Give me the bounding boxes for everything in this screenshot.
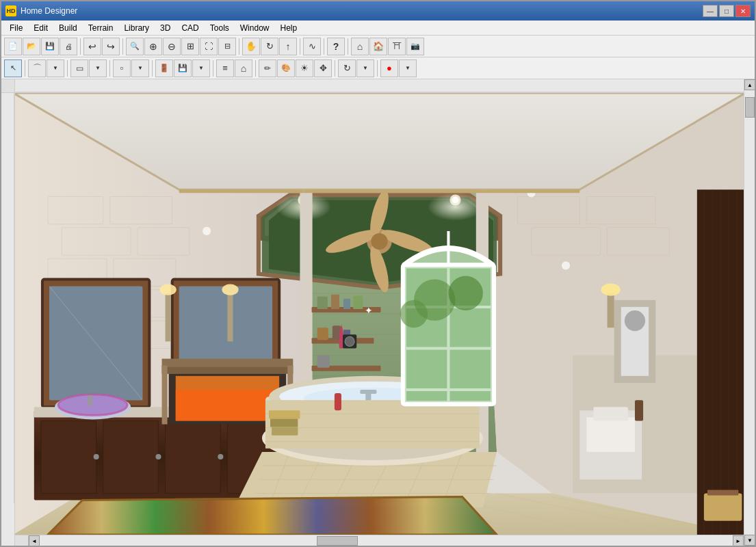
sep3: [239, 38, 239, 55]
svg-point-79: [218, 454, 223, 459]
orbit-button[interactable]: ↻: [261, 38, 278, 55]
save-button[interactable]: 💾: [41, 38, 59, 55]
save-tool[interactable]: 💾: [174, 59, 192, 77]
menu-file[interactable]: File: [4, 22, 28, 34]
sun-tool[interactable]: ☀: [296, 59, 313, 77]
app-window: HD Home Designer — □ ✕ File Edit Build T…: [0, 0, 756, 547]
svg-rect-164: [635, 400, 643, 421]
house-button3[interactable]: ⛩: [388, 38, 406, 55]
zoom-out-button[interactable]: ⊖: [163, 38, 181, 55]
t2-sep8: [377, 60, 378, 77]
toolbar1: 📄 📂 💾 🖨 ↩ ↪ 🔍 ⊕ ⊖ ⊞ ⛶ ⊟ ✋ ↻ ↑ ∿ ? ⌂ 🏠 ⛩ …: [1, 36, 755, 57]
menu-edit[interactable]: Edit: [28, 22, 53, 34]
zoom-button[interactable]: 🔍: [126, 38, 144, 55]
wall-dropdown[interactable]: ▼: [89, 59, 107, 77]
menu-library[interactable]: Library: [118, 22, 155, 34]
svg-rect-135: [269, 410, 300, 418]
svg-rect-160: [707, 490, 738, 495]
menu-help[interactable]: Help: [274, 22, 302, 34]
new-button[interactable]: 📄: [4, 38, 22, 55]
svg-rect-170: [608, 293, 614, 328]
svg-rect-97: [162, 366, 168, 425]
camera-button[interactable]: 📷: [406, 38, 424, 55]
house-button1[interactable]: ⌂: [351, 38, 369, 55]
cabinet-tool[interactable]: ▫: [113, 59, 131, 77]
svg-marker-169: [483, 189, 579, 193]
zoom-ext-button[interactable]: ⛶: [200, 38, 218, 55]
sym-button[interactable]: ∿: [303, 38, 321, 55]
undo-button[interactable]: ↩: [83, 38, 101, 55]
room-image: ✦: [15, 93, 744, 535]
t2-sep1: [25, 60, 25, 77]
svg-rect-163: [593, 407, 627, 421]
open-button[interactable]: 📂: [23, 38, 40, 55]
right-scrollbar: ▲ ▼: [744, 79, 755, 546]
window-controls: — □ ✕: [703, 5, 751, 17]
svg-point-77: [94, 454, 99, 459]
close-button[interactable]: ✕: [735, 5, 751, 17]
svg-text:✦: ✦: [365, 305, 373, 316]
house-button2[interactable]: 🏠: [369, 38, 387, 55]
redo-button[interactable]: ↪: [102, 38, 120, 55]
menu-terrain[interactable]: Terrain: [83, 22, 119, 34]
rotate-tool[interactable]: ↻: [338, 59, 356, 77]
left-ruler: [1, 79, 15, 546]
door-tool[interactable]: 🚪: [155, 59, 173, 77]
toolbar2: ↖ ⌒ ▼ ▭ ▼ ▫ ▼ 🚪 💾 ▼ ≡ ⌂ ✏ 🎨 ☀ ✥ ↻ ▼ ● ▼: [1, 57, 755, 79]
svg-rect-104: [317, 297, 328, 309]
svg-point-78: [155, 454, 161, 459]
maximize-button[interactable]: □: [719, 5, 734, 17]
zoom-prev-button[interactable]: ⊟: [218, 38, 236, 55]
print-button[interactable]: 🖨: [60, 38, 77, 55]
arc-tool[interactable]: ⌒: [28, 59, 46, 77]
t2-sep5: [213, 60, 213, 77]
menu-cad[interactable]: CAD: [176, 22, 204, 34]
svg-marker-167: [179, 189, 304, 193]
wall-tool[interactable]: ▭: [70, 59, 88, 77]
v-scroll-track[interactable]: [744, 90, 755, 535]
rec-button[interactable]: ●: [380, 59, 398, 77]
h-scroll-track[interactable]: [40, 535, 733, 546]
rec-dropdown[interactable]: ▼: [399, 59, 417, 77]
svg-point-171: [601, 284, 621, 296]
menu-tools[interactable]: Tools: [205, 22, 235, 34]
scroll-down-button[interactable]: ▼: [744, 535, 755, 546]
menu-build[interactable]: Build: [53, 22, 83, 34]
svg-rect-75: [166, 421, 221, 493]
minimize-button[interactable]: —: [703, 5, 718, 17]
menu-3d[interactable]: 3D: [155, 22, 176, 34]
svg-rect-106: [343, 299, 350, 309]
svg-point-152: [625, 310, 645, 331]
room-3d-view: ✦: [15, 93, 744, 535]
zoom-in-button[interactable]: ⊕: [144, 38, 162, 55]
svg-rect-73: [41, 421, 96, 493]
canvas[interactable]: ✦: [15, 93, 744, 535]
select-tool[interactable]: ↖: [4, 59, 22, 77]
svg-rect-162: [586, 417, 635, 451]
t2-sep3: [109, 60, 110, 77]
sep2: [122, 38, 123, 55]
help-button[interactable]: ?: [327, 38, 345, 55]
zoom-fit-button[interactable]: ⊞: [181, 38, 199, 55]
svg-marker-165: [48, 496, 497, 535]
menu-window[interactable]: Window: [235, 22, 275, 34]
t2-sep2: [67, 60, 68, 77]
save-dropdown[interactable]: ▼: [192, 59, 210, 77]
svg-rect-107: [353, 296, 363, 309]
scroll-right-button[interactable]: ►: [733, 535, 744, 546]
svg-point-90: [160, 284, 177, 295]
arrow-up-button[interactable]: ↑: [279, 38, 297, 55]
canvas-wrapper: ✦: [15, 79, 744, 546]
pan-button[interactable]: ✋: [242, 38, 260, 55]
stair-tool[interactable]: ≡: [216, 59, 234, 77]
scroll-left-button[interactable]: ◄: [29, 535, 40, 546]
svg-rect-138: [335, 393, 341, 410]
arc-dropdown[interactable]: ▼: [47, 59, 64, 77]
roof-tool[interactable]: ⌂: [235, 59, 252, 77]
cabinet-dropdown[interactable]: ▼: [131, 59, 149, 77]
paint-tool[interactable]: 🎨: [277, 59, 295, 77]
cursor-tool[interactable]: ✥: [314, 59, 332, 77]
pencil-tool[interactable]: ✏: [259, 59, 276, 77]
rotate-dropdown[interactable]: ▼: [356, 59, 374, 77]
scroll-up-button[interactable]: ▲: [744, 79, 755, 90]
